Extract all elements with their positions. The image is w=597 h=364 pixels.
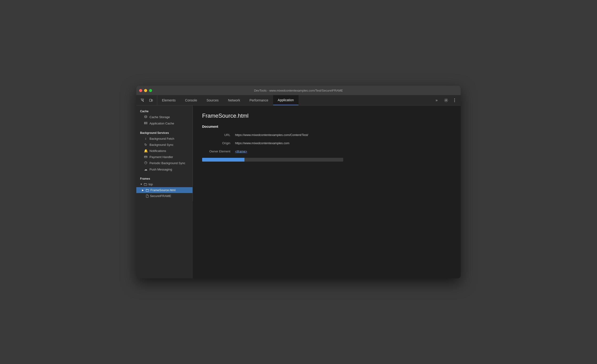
tab-network[interactable]: Network: [223, 95, 245, 105]
cache-storage-icon: [144, 115, 148, 119]
application-cache-icon: [144, 121, 148, 125]
toolbar-right: [440, 95, 461, 105]
sidebar-item-background-fetch-label: Background Fetch: [149, 137, 174, 140]
sidebar-item-periodic-bg-sync-label: Periodic Background Sync: [149, 161, 185, 165]
device-toolbar-icon[interactable]: [148, 97, 154, 104]
content-page-title: FrameSource.html: [202, 113, 451, 119]
svg-rect-8: [144, 123, 147, 124]
frame-item-framesource[interactable]: ▶ FrameSource.html: [136, 187, 192, 193]
svg-rect-0: [149, 99, 151, 101]
toolbar-icons: [136, 95, 157, 105]
sidebar-item-notifications[interactable]: 🔔 Notifications: [136, 148, 192, 154]
frame-top-label: top: [149, 182, 153, 186]
svg-point-2: [446, 99, 447, 101]
devtools-window: DevTools - www.mixedcontentexamples.com/…: [136, 86, 461, 278]
chevron-right-icon: ▶: [142, 189, 144, 191]
sidebar: Cache Cache Storage: [136, 106, 193, 201]
svg-rect-9: [145, 123, 145, 123]
progress-bar: [202, 158, 343, 162]
background-fetch-icon: ↕: [144, 137, 148, 140]
origin-label: Origin: [202, 141, 235, 145]
periodic-bg-sync-icon: [144, 161, 148, 165]
sidebar-item-application-cache[interactable]: Application Cache: [136, 120, 192, 127]
svg-rect-1: [152, 99, 153, 101]
tab-console[interactable]: Console: [180, 95, 202, 105]
svg-rect-12: [144, 157, 147, 157]
sidebar-item-background-sync-label: Background Sync: [149, 143, 173, 146]
svg-rect-10: [145, 124, 145, 124]
content-panel: FrameSource.html Document URL https://ww…: [193, 106, 461, 278]
sidebar-item-background-fetch[interactable]: ↕ Background Fetch: [136, 136, 192, 142]
svg-point-5: [454, 101, 455, 102]
settings-icon[interactable]: [443, 97, 449, 104]
svg-point-6: [145, 115, 147, 116]
svg-point-4: [454, 100, 455, 100]
tab-sources[interactable]: Sources: [202, 95, 223, 105]
tab-performance[interactable]: Performance: [245, 95, 273, 105]
sidebar-item-cache-storage-label: Cache Storage: [149, 115, 170, 119]
frame-subfolder-icon: [146, 189, 149, 192]
sidebar-item-push-messaging[interactable]: ☁ Push Messaging: [136, 166, 192, 172]
sidebar-item-payment-handler[interactable]: Payment Handler: [136, 154, 192, 160]
url-row: URL https://www.mixedcontentexamples.com…: [202, 133, 451, 137]
chevron-down-icon: ▼: [140, 183, 142, 186]
progress-bar-fill: [202, 158, 244, 162]
owner-element-row: Owner Element <iframe>: [202, 150, 451, 153]
frame-secureiframe-label: SecureIFRAME: [150, 194, 171, 198]
close-button[interactable]: [139, 89, 142, 92]
sidebar-section-cache: Cache: [136, 108, 192, 114]
sidebar-item-background-sync[interactable]: ↻ Background Sync: [136, 142, 192, 148]
sidebar-item-notifications-label: Notifications: [149, 149, 166, 153]
tab-application[interactable]: Application: [273, 95, 299, 105]
owner-element-value[interactable]: <iframe>: [235, 150, 247, 153]
window-title: DevTools - www.mixedcontentexamples.com/…: [254, 89, 343, 92]
sidebar-item-application-cache-label: Application Cache: [149, 122, 174, 125]
frame-item-top[interactable]: ▼ top: [136, 181, 192, 187]
url-label: URL: [202, 133, 235, 137]
svg-point-3: [454, 99, 455, 99]
document-section-header: Document: [202, 125, 451, 129]
frame-folder-icon: [144, 183, 147, 186]
url-value: https://www.mixedcontentexamples.com/Con…: [235, 133, 308, 137]
more-options-icon[interactable]: [451, 97, 458, 104]
traffic-lights: [139, 89, 152, 92]
tab-elements[interactable]: Elements: [157, 95, 180, 105]
main-area: Cache Cache Storage: [136, 106, 461, 278]
sidebar-section-frames: Frames: [136, 175, 192, 181]
svg-rect-7: [144, 122, 147, 123]
notifications-icon: 🔔: [144, 149, 148, 153]
origin-value: https://www.mixedcontentexamples.com: [235, 141, 289, 145]
payment-handler-icon: [144, 155, 148, 159]
sidebar-item-cache-storage[interactable]: Cache Storage: [136, 114, 192, 120]
tabs: Elements Console Sources Network Perform…: [157, 95, 433, 105]
sidebar-item-payment-handler-label: Payment Handler: [149, 155, 173, 159]
maximize-button[interactable]: [149, 89, 152, 92]
svg-rect-15: [146, 190, 149, 191]
frame-item-secureiframe[interactable]: SecureIFRAME: [136, 193, 192, 199]
inspect-icon[interactable]: [139, 97, 146, 104]
more-tabs-button[interactable]: »: [433, 95, 440, 105]
sidebar-item-periodic-bg-sync[interactable]: Periodic Background Sync: [136, 160, 192, 166]
background-sync-icon: ↻: [144, 143, 148, 146]
sidebar-item-push-messaging-label: Push Messaging: [149, 168, 172, 171]
sidebar-section-bg-services: Background Services: [136, 129, 192, 136]
minimize-button[interactable]: [144, 89, 147, 92]
frame-file-icon: [146, 194, 149, 198]
owner-element-label: Owner Element: [202, 150, 235, 153]
sidebar-wrapper: Cache Cache Storage: [136, 106, 193, 278]
svg-rect-14: [144, 184, 147, 186]
push-messaging-icon: ☁: [144, 167, 148, 171]
frame-framesource-label: FrameSource.html: [150, 188, 176, 192]
title-bar: DevTools - www.mixedcontentexamples.com/…: [136, 86, 461, 95]
origin-row: Origin https://www.mixedcontentexamples.…: [202, 141, 451, 145]
tab-bar: Elements Console Sources Network Perform…: [136, 95, 461, 106]
